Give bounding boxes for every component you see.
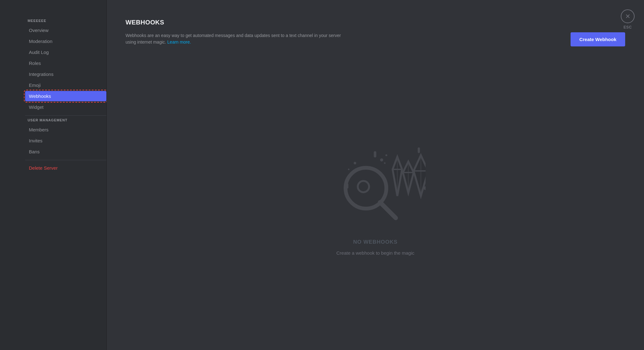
empty-state-subtitle: Create a webhook to begin the magic <box>336 250 415 256</box>
svg-line-1 <box>380 202 396 218</box>
empty-state-title: NO WEBHOOKS <box>353 239 398 245</box>
empty-icon-wrapper <box>322 135 429 229</box>
svg-point-14 <box>384 162 386 164</box>
sidebar-item-label: Invites <box>29 138 42 143</box>
close-circle-icon[interactable]: ✕ <box>621 9 635 23</box>
sidebar-item-moderation[interactable]: Moderation <box>25 36 106 46</box>
sidebar-item-integrations[interactable]: Integrations <box>25 69 106 79</box>
sidebar-item-label: Moderation <box>29 39 52 44</box>
sidebar-item-label: Webhooks <box>29 93 51 99</box>
svg-point-12 <box>380 158 383 162</box>
close-button-area[interactable]: ✕ ESC <box>621 9 635 29</box>
sidebar-item-label: Delete Server <box>29 165 58 171</box>
sidebar-item-label: Overview <box>29 28 49 33</box>
sidebar-item-widget[interactable]: Widget <box>25 102 106 112</box>
svg-point-15 <box>354 162 356 164</box>
sidebar-item-emoji[interactable]: Emoji <box>25 80 106 90</box>
sidebar-item-members[interactable]: Members <box>25 125 106 135</box>
description-text: Webhooks are an easy way to get automate… <box>126 32 345 45</box>
sidebar-item-label: Widget <box>29 104 44 110</box>
sidebar-divider-1 <box>25 115 106 116</box>
sidebar-divider-2 <box>25 160 106 160</box>
svg-point-16 <box>348 168 350 170</box>
sidebar-item-label: Emoji <box>29 82 41 88</box>
main-content: WEBHOOKS Webhooks are an easy way to get… <box>107 0 644 350</box>
webhook-illustration-icon <box>325 138 426 226</box>
sidebar-item-invites[interactable]: Invites <box>25 135 106 146</box>
close-x-icon: ✕ <box>625 13 631 20</box>
sidebar-item-label: Roles <box>29 61 41 66</box>
svg-marker-9 <box>414 155 426 196</box>
sidebar-item-delete-server[interactable]: Delete Server <box>25 163 106 173</box>
learn-more-link[interactable]: Learn more. <box>167 40 191 45</box>
settings-modal: MEEEEEE Overview Moderation Audit Log Ro… <box>0 0 644 350</box>
server-section-label: MEEEEEE <box>25 19 106 23</box>
empty-state: NO WEBHOOKS Create a webhook to begin th… <box>126 59 625 331</box>
svg-rect-20 <box>418 147 420 153</box>
user-management-label: USER MANAGEMENT <box>25 118 106 122</box>
sidebar-item-bans[interactable]: Bans <box>25 146 106 157</box>
svg-rect-19 <box>374 151 376 157</box>
sidebar-item-webhooks[interactable]: Webhooks <box>25 91 106 101</box>
sidebar-item-roles[interactable]: Roles <box>25 58 106 68</box>
sidebar-item-label: Bans <box>29 149 40 154</box>
svg-point-13 <box>385 154 387 156</box>
sidebar-item-label: Integrations <box>29 72 53 77</box>
sidebar-item-overview[interactable]: Overview <box>25 25 106 35</box>
create-webhook-button[interactable]: Create Webhook <box>571 32 625 46</box>
page-title: WEBHOOKS <box>126 19 625 26</box>
svg-point-2 <box>358 181 369 192</box>
sidebar-item-label: Audit Log <box>29 50 49 55</box>
sidebar: MEEEEEE Overview Moderation Audit Log Ro… <box>0 0 107 350</box>
sidebar-item-audit-log[interactable]: Audit Log <box>25 47 106 57</box>
description-row: Webhooks are an easy way to get automate… <box>126 32 625 46</box>
sidebar-item-label: Members <box>29 127 49 132</box>
close-label: ESC <box>624 25 632 29</box>
svg-rect-21 <box>346 183 348 188</box>
